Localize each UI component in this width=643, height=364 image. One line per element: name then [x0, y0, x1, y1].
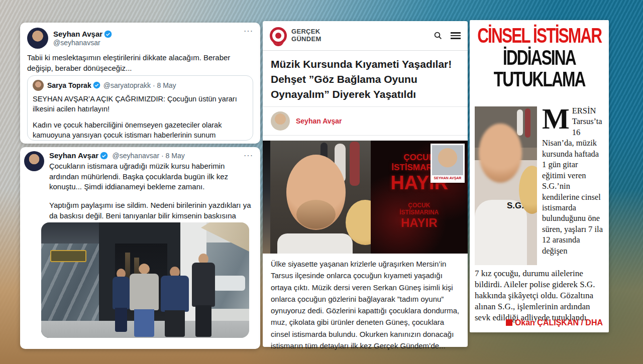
- poster-line: HAYIR: [371, 216, 468, 230]
- police-officer-2: [161, 267, 189, 337]
- paper-headline-line3: TUTUKLAMA: [494, 69, 585, 90]
- selfie-of-suspect: [270, 141, 371, 254]
- suspect-photo: S.G.: [475, 106, 537, 265]
- reporter-inset-label: SEYHAN AVŞAR: [432, 175, 463, 181]
- poster-line: İSTİSMARINA: [371, 209, 468, 216]
- tweet-text: Tabii ki meslektaşımın eleştirilerini di…: [20, 49, 260, 73]
- paper-full-text: 7 kız çocuğu, durumu ailelerine bildirdi…: [475, 268, 604, 323]
- quote-text-1: SEYHAN AVŞAR’A AÇIK ÇAĞRIMIZDIR: Çocuğun…: [28, 91, 253, 114]
- man-in-suit: [192, 254, 215, 337]
- collage-background: ··· Seyhan Avşar @seyhanavsar Tabii ki m…: [0, 0, 643, 364]
- brand-name-line2: GÜNDEM: [291, 36, 322, 43]
- paper-column-text: MERSİN Tarsus’ta 16 Nisan’da, müzik kurs…: [542, 105, 603, 256]
- quote-author-name[interactable]: Sarya Toprak: [47, 81, 91, 89]
- verified-badge-icon: [104, 30, 112, 38]
- author-handle[interactable]: @seyhanavsar · 8 May: [113, 152, 185, 160]
- author-avatar[interactable]: [271, 111, 290, 131]
- van-reflection: [213, 276, 245, 291]
- byline-square-icon: [506, 319, 512, 326]
- brand-name-line1: GERÇEK: [291, 28, 322, 36]
- paper-byline: Okan ÇALIŞKAN / DHA: [475, 318, 603, 327]
- tweet-card-2: ··· Seyhan Avşar @seyhanavsar · 8 May Ço…: [20, 147, 260, 349]
- more-options-icon[interactable]: ···: [244, 151, 253, 160]
- quoted-tweet[interactable]: Sarya Toprak @saryatoprakk · 8 May SEYHA…: [27, 75, 253, 141]
- article-hero-image: ÇOCUK İSTİSMARINA HAYIR ÇOCUK İSTİSMARIN…: [263, 141, 468, 254]
- paper-headline-red: CİNSEL İSTİSMAR: [477, 25, 601, 46]
- author-name[interactable]: Seyhan Avşar: [49, 151, 98, 160]
- avatar[interactable]: [24, 151, 44, 171]
- article-author[interactable]: Seyhan Avşar: [296, 117, 342, 125]
- reporter-inset-photo: SEYHAN AVŞAR: [431, 144, 465, 183]
- search-icon[interactable]: [434, 31, 443, 40]
- avatar[interactable]: [27, 28, 48, 49]
- more-options-icon[interactable]: ···: [244, 27, 253, 36]
- drop-cap: M: [542, 107, 570, 130]
- newspaper-clipping: CİNSEL İSTİSMAR İDDİASINA TUTUKLAMA S.G.…: [470, 20, 609, 332]
- tweet-card-1: ··· Seyhan Avşar @seyhanavsar Tabii ki m…: [20, 23, 260, 144]
- news-article-card: GERÇEK GÜNDEM Müzik Kursunda Kıyameti Ya…: [263, 21, 468, 347]
- article-headline: Müzik Kursunda Kıyameti Yaşadılar! Dehşe…: [263, 51, 468, 106]
- author-handle[interactable]: @seyhanavsar: [53, 39, 112, 47]
- article-body: Ülke siyasette yaşanan krizlerle uğraşır…: [271, 258, 460, 351]
- image-edge: [263, 141, 270, 254]
- tweet-text-1: Çocukların istismara uğradığı müzik kurs…: [49, 160, 253, 192]
- police-officer: [113, 269, 130, 332]
- author-name[interactable]: Seyhan Avşar: [53, 30, 102, 38]
- paper-headline-line2: İDDİASINA: [503, 47, 576, 68]
- quote-author-handle: @saryatoprakk · 8 May: [103, 81, 176, 89]
- verified-badge-icon: [93, 81, 101, 89]
- poster-line: ÇOCUK: [371, 202, 468, 209]
- storefront-photo[interactable]: [41, 222, 249, 338]
- avatar: [33, 80, 44, 91]
- gercek-gundem-logo-icon[interactable]: [270, 27, 287, 44]
- hamburger-menu-icon[interactable]: [451, 31, 461, 41]
- man-gray-shirt: [130, 264, 159, 337]
- shop-sign: [50, 250, 86, 262]
- quote-text-2: Kadın ve çocuk haberciliğini önemseyen g…: [28, 114, 253, 141]
- suspect-initials-label: S.G.: [507, 201, 524, 211]
- verified-badge-icon: [100, 152, 108, 160]
- protest-poster-image: ÇOCUK İSTİSMARINA HAYIR ÇOCUK İSTİSMARIN…: [371, 141, 468, 254]
